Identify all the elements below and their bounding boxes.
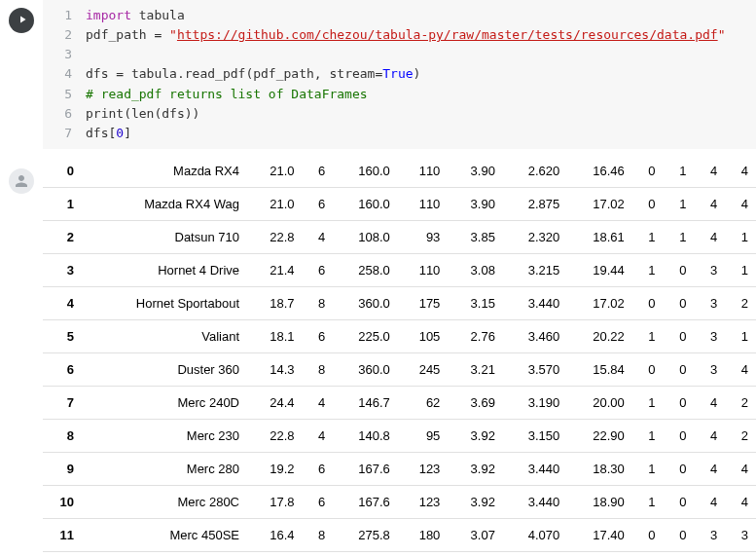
- row-index: 1: [43, 187, 86, 220]
- line-number: 3: [43, 45, 86, 64]
- code-line[interactable]: 5# read_pdf returns list of DataFrames: [43, 85, 746, 104]
- row-index: 12: [43, 551, 86, 556]
- cell-value: 20.00: [567, 386, 631, 419]
- cell-value: 4: [694, 187, 725, 220]
- row-name: Merc 280C: [86, 485, 247, 518]
- cell-value: 2.875: [503, 187, 567, 220]
- cell-value: 19.2: [247, 452, 303, 485]
- code-content[interactable]: pdf_path = "https://github.com/chezou/ta…: [86, 25, 725, 45]
- cell-value: 1: [725, 220, 756, 253]
- row-name: Mazda RX4: [86, 155, 247, 188]
- code-line[interactable]: 4dfs = tabula.read_pdf(pdf_path, stream=…: [43, 64, 746, 84]
- cell-value: 4: [694, 452, 725, 485]
- cell-value: 0: [664, 319, 695, 352]
- row-index: 11: [43, 518, 86, 551]
- code-content[interactable]: dfs = tabula.read_pdf(pdf_path, stream=T…: [86, 64, 420, 84]
- cell-value: 0: [632, 551, 664, 556]
- code-editor[interactable]: 1import tabula2pdf_path = "https://githu…: [43, 0, 756, 149]
- table-row: 12Merc 450SL17.38275.81803.073.73017.600…: [43, 551, 756, 556]
- cell-gutter: [0, 0, 43, 149]
- cell-value: 3.90: [448, 187, 503, 220]
- cell-value: 1: [632, 386, 664, 419]
- cell-value: 22.8: [247, 419, 303, 452]
- code-line[interactable]: 3: [43, 45, 746, 64]
- cell-value: 3: [694, 551, 725, 556]
- cell-value: 4: [303, 386, 334, 419]
- cell-value: 17.60: [567, 551, 631, 556]
- code-content[interactable]: [86, 45, 93, 64]
- cell-value: 3.85: [448, 220, 503, 253]
- code-line[interactable]: 1import tabula: [43, 6, 746, 25]
- cell-value: 18.90: [567, 485, 631, 518]
- code-content[interactable]: dfs[0]: [86, 124, 131, 143]
- cell-value: 8: [303, 518, 334, 551]
- cell-value: 1: [632, 253, 664, 286]
- cell-value: 4: [303, 220, 334, 253]
- cell-value: 16.46: [567, 155, 631, 188]
- dataframe-output: 0Mazda RX421.06160.01103.902.62016.46014…: [43, 155, 756, 556]
- cell-value: 3.08: [448, 253, 503, 286]
- cell-value: 0: [664, 286, 695, 319]
- code-content[interactable]: import tabula: [86, 6, 185, 25]
- cell-value: 225.0: [333, 319, 397, 352]
- cell-value: 3.215: [503, 253, 567, 286]
- cell-value: 3.150: [503, 419, 567, 452]
- cell-value: 123: [398, 452, 449, 485]
- cell-value: 0: [632, 286, 664, 319]
- row-index: 0: [43, 155, 86, 188]
- cell-value: 3.440: [503, 485, 567, 518]
- code-content[interactable]: print(len(dfs)): [86, 104, 199, 124]
- line-number: 2: [43, 25, 86, 45]
- notebook-cell: 1import tabula2pdf_path = "https://githu…: [0, 0, 756, 149]
- code-line[interactable]: 6print(len(dfs)): [43, 104, 746, 124]
- cell-value: 0: [632, 518, 664, 551]
- cell-value: 3.92: [448, 485, 503, 518]
- cell-value: 0: [664, 253, 695, 286]
- run-cell-button[interactable]: [9, 8, 34, 33]
- row-name: Merc 280: [86, 452, 247, 485]
- cell-value: 20.22: [567, 319, 631, 352]
- cell-value: 22.8: [247, 220, 303, 253]
- cell-value: 0: [632, 155, 664, 188]
- table-row: 4Hornet Sportabout18.78360.01753.153.440…: [43, 286, 756, 319]
- cell-value: 275.8: [333, 518, 397, 551]
- cell-value: 1: [632, 419, 664, 452]
- cell-value: 21.0: [247, 155, 303, 188]
- cell-value: 6: [303, 155, 334, 188]
- cell-value: 110: [398, 155, 449, 188]
- cell-value: 180: [398, 551, 449, 556]
- table-row: 10Merc 280C17.86167.61233.923.44018.9010…: [43, 485, 756, 518]
- cell-value: 17.8: [247, 485, 303, 518]
- cell-value: 4: [303, 419, 334, 452]
- cell-value: 1: [632, 319, 664, 352]
- cell-value: 180: [398, 518, 449, 551]
- code-line[interactable]: 2pdf_path = "https://github.com/chezou/t…: [43, 25, 746, 45]
- cell-value: 2.76: [448, 319, 503, 352]
- code-content[interactable]: # read_pdf returns list of DataFrames: [86, 85, 368, 104]
- cell-value: 160.0: [333, 187, 397, 220]
- code-line[interactable]: 7dfs[0]: [43, 124, 746, 143]
- cell-value: 110: [398, 253, 449, 286]
- cell-value: 2: [725, 386, 756, 419]
- cell-value: 0: [632, 352, 664, 386]
- row-index: 9: [43, 452, 86, 485]
- cell-value: 1: [632, 220, 664, 253]
- row-name: Hornet Sportabout: [86, 286, 247, 319]
- cell-value: 3.07: [448, 518, 503, 551]
- cell-value: 15.84: [567, 352, 631, 386]
- row-index: 7: [43, 386, 86, 419]
- cell-value: 4: [725, 485, 756, 518]
- cell-value: 3.460: [503, 319, 567, 352]
- cell-value: 2: [725, 419, 756, 452]
- cell-value: 6: [303, 253, 334, 286]
- cell-value: 1: [664, 187, 695, 220]
- line-number: 4: [43, 64, 86, 84]
- cell-value: 18.30: [567, 452, 631, 485]
- cell-value: 24.4: [247, 386, 303, 419]
- table-row: 5Valiant18.16225.01052.763.46020.221031: [43, 319, 756, 352]
- row-name: Hornet 4 Drive: [86, 253, 247, 286]
- cell-value: 4: [694, 155, 725, 188]
- cell-value: 123: [398, 485, 449, 518]
- cell-value: 3: [694, 319, 725, 352]
- cell-value: 4.070: [503, 518, 567, 551]
